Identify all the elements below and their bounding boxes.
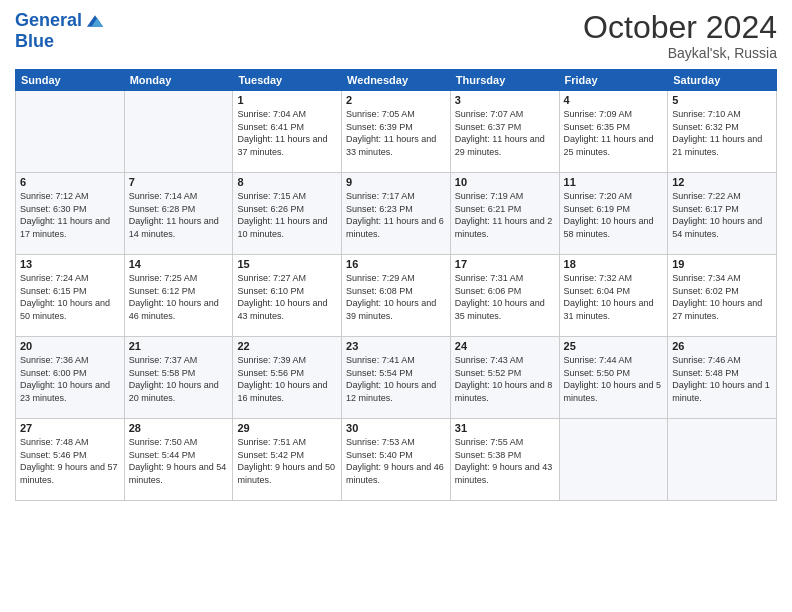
day-info: Sunrise: 7:36 AMSunset: 6:00 PMDaylight:… (20, 354, 120, 404)
day-cell: 22Sunrise: 7:39 AMSunset: 5:56 PMDayligh… (233, 337, 342, 419)
day-cell: 30Sunrise: 7:53 AMSunset: 5:40 PMDayligh… (342, 419, 451, 501)
day-info: Sunrise: 7:04 AMSunset: 6:41 PMDaylight:… (237, 108, 337, 158)
sunset-text: Sunset: 6:21 PM (455, 203, 555, 216)
sunrise-text: Sunrise: 7:34 AM (672, 272, 772, 285)
daylight-text: Daylight: 10 hours and 39 minutes. (346, 297, 446, 322)
sunset-text: Sunset: 6:17 PM (672, 203, 772, 216)
day-number: 21 (129, 340, 229, 352)
day-cell: 11Sunrise: 7:20 AMSunset: 6:19 PMDayligh… (559, 173, 668, 255)
weekday-header-friday: Friday (559, 70, 668, 91)
day-info: Sunrise: 7:46 AMSunset: 5:48 PMDaylight:… (672, 354, 772, 404)
sunset-text: Sunset: 6:10 PM (237, 285, 337, 298)
sunset-text: Sunset: 6:06 PM (455, 285, 555, 298)
sunrise-text: Sunrise: 7:22 AM (672, 190, 772, 203)
day-info: Sunrise: 7:09 AMSunset: 6:35 PMDaylight:… (564, 108, 664, 158)
sunrise-text: Sunrise: 7:05 AM (346, 108, 446, 121)
day-number: 9 (346, 176, 446, 188)
daylight-text: Daylight: 10 hours and 20 minutes. (129, 379, 229, 404)
week-row-2: 6Sunrise: 7:12 AMSunset: 6:30 PMDaylight… (16, 173, 777, 255)
sunset-text: Sunset: 6:30 PM (20, 203, 120, 216)
day-cell: 21Sunrise: 7:37 AMSunset: 5:58 PMDayligh… (124, 337, 233, 419)
calendar-body: 1Sunrise: 7:04 AMSunset: 6:41 PMDaylight… (16, 91, 777, 501)
sunset-text: Sunset: 5:46 PM (20, 449, 120, 462)
day-cell: 23Sunrise: 7:41 AMSunset: 5:54 PMDayligh… (342, 337, 451, 419)
weekday-header-sunday: Sunday (16, 70, 125, 91)
day-number: 10 (455, 176, 555, 188)
day-number: 11 (564, 176, 664, 188)
day-info: Sunrise: 7:10 AMSunset: 6:32 PMDaylight:… (672, 108, 772, 158)
day-number: 13 (20, 258, 120, 270)
sunrise-text: Sunrise: 7:07 AM (455, 108, 555, 121)
day-cell: 27Sunrise: 7:48 AMSunset: 5:46 PMDayligh… (16, 419, 125, 501)
day-info: Sunrise: 7:25 AMSunset: 6:12 PMDaylight:… (129, 272, 229, 322)
day-cell (16, 91, 125, 173)
weekday-header-tuesday: Tuesday (233, 70, 342, 91)
sunrise-text: Sunrise: 7:24 AM (20, 272, 120, 285)
day-info: Sunrise: 7:07 AMSunset: 6:37 PMDaylight:… (455, 108, 555, 158)
sunrise-text: Sunrise: 7:48 AM (20, 436, 120, 449)
sunrise-text: Sunrise: 7:20 AM (564, 190, 664, 203)
day-cell: 4Sunrise: 7:09 AMSunset: 6:35 PMDaylight… (559, 91, 668, 173)
sunrise-text: Sunrise: 7:17 AM (346, 190, 446, 203)
day-cell: 10Sunrise: 7:19 AMSunset: 6:21 PMDayligh… (450, 173, 559, 255)
sunrise-text: Sunrise: 7:12 AM (20, 190, 120, 203)
sunset-text: Sunset: 6:23 PM (346, 203, 446, 216)
sunrise-text: Sunrise: 7:53 AM (346, 436, 446, 449)
sunset-text: Sunset: 5:56 PM (237, 367, 337, 380)
sunrise-text: Sunrise: 7:32 AM (564, 272, 664, 285)
day-info: Sunrise: 7:51 AMSunset: 5:42 PMDaylight:… (237, 436, 337, 486)
sunrise-text: Sunrise: 7:44 AM (564, 354, 664, 367)
day-cell: 2Sunrise: 7:05 AMSunset: 6:39 PMDaylight… (342, 91, 451, 173)
day-number: 8 (237, 176, 337, 188)
day-number: 25 (564, 340, 664, 352)
daylight-text: Daylight: 9 hours and 43 minutes. (455, 461, 555, 486)
daylight-text: Daylight: 10 hours and 58 minutes. (564, 215, 664, 240)
day-info: Sunrise: 7:12 AMSunset: 6:30 PMDaylight:… (20, 190, 120, 240)
day-cell: 24Sunrise: 7:43 AMSunset: 5:52 PMDayligh… (450, 337, 559, 419)
daylight-text: Daylight: 11 hours and 33 minutes. (346, 133, 446, 158)
sunset-text: Sunset: 5:38 PM (455, 449, 555, 462)
sunrise-text: Sunrise: 7:46 AM (672, 354, 772, 367)
sunset-text: Sunset: 6:00 PM (20, 367, 120, 380)
day-cell: 18Sunrise: 7:32 AMSunset: 6:04 PMDayligh… (559, 255, 668, 337)
day-cell (124, 91, 233, 173)
day-number: 31 (455, 422, 555, 434)
day-cell: 7Sunrise: 7:14 AMSunset: 6:28 PMDaylight… (124, 173, 233, 255)
sunset-text: Sunset: 6:28 PM (129, 203, 229, 216)
daylight-text: Daylight: 10 hours and 8 minutes. (455, 379, 555, 404)
day-number: 2 (346, 94, 446, 106)
day-info: Sunrise: 7:34 AMSunset: 6:02 PMDaylight:… (672, 272, 772, 322)
day-cell: 9Sunrise: 7:17 AMSunset: 6:23 PMDaylight… (342, 173, 451, 255)
logo: General Blue (15, 10, 106, 52)
sunset-text: Sunset: 6:02 PM (672, 285, 772, 298)
sunrise-text: Sunrise: 7:55 AM (455, 436, 555, 449)
day-info: Sunrise: 7:19 AMSunset: 6:21 PMDaylight:… (455, 190, 555, 240)
sunrise-text: Sunrise: 7:36 AM (20, 354, 120, 367)
day-info: Sunrise: 7:15 AMSunset: 6:26 PMDaylight:… (237, 190, 337, 240)
daylight-text: Daylight: 11 hours and 25 minutes. (564, 133, 664, 158)
sunrise-text: Sunrise: 7:39 AM (237, 354, 337, 367)
day-number: 17 (455, 258, 555, 270)
day-info: Sunrise: 7:27 AMSunset: 6:10 PMDaylight:… (237, 272, 337, 322)
daylight-text: Daylight: 11 hours and 2 minutes. (455, 215, 555, 240)
title-area: October 2024 Baykal'sk, Russia (583, 10, 777, 61)
day-number: 29 (237, 422, 337, 434)
day-number: 16 (346, 258, 446, 270)
sunrise-text: Sunrise: 7:14 AM (129, 190, 229, 203)
sunrise-text: Sunrise: 7:50 AM (129, 436, 229, 449)
day-info: Sunrise: 7:44 AMSunset: 5:50 PMDaylight:… (564, 354, 664, 404)
daylight-text: Daylight: 10 hours and 31 minutes. (564, 297, 664, 322)
day-info: Sunrise: 7:37 AMSunset: 5:58 PMDaylight:… (129, 354, 229, 404)
location: Baykal'sk, Russia (583, 45, 777, 61)
daylight-text: Daylight: 10 hours and 5 minutes. (564, 379, 664, 404)
sunset-text: Sunset: 5:58 PM (129, 367, 229, 380)
day-cell: 13Sunrise: 7:24 AMSunset: 6:15 PMDayligh… (16, 255, 125, 337)
day-number: 7 (129, 176, 229, 188)
daylight-text: Daylight: 9 hours and 57 minutes. (20, 461, 120, 486)
sunset-text: Sunset: 6:08 PM (346, 285, 446, 298)
day-cell: 6Sunrise: 7:12 AMSunset: 6:30 PMDaylight… (16, 173, 125, 255)
day-info: Sunrise: 7:50 AMSunset: 5:44 PMDaylight:… (129, 436, 229, 486)
day-number: 24 (455, 340, 555, 352)
day-cell: 20Sunrise: 7:36 AMSunset: 6:00 PMDayligh… (16, 337, 125, 419)
day-info: Sunrise: 7:29 AMSunset: 6:08 PMDaylight:… (346, 272, 446, 322)
